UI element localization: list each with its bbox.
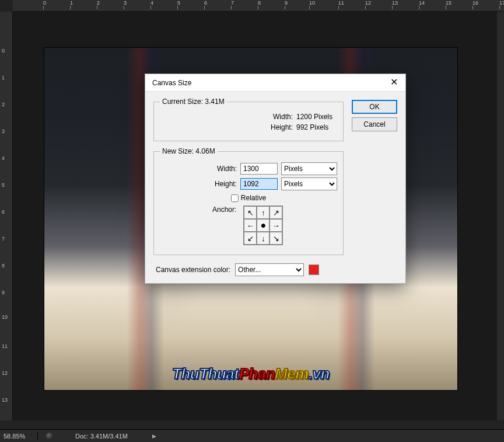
sphere-icon: [46, 433, 53, 440]
chevron-right-icon[interactable]: ▶: [152, 433, 156, 439]
current-height-label: Height:: [271, 123, 293, 131]
relative-label: Relative: [241, 194, 266, 202]
dialog-title: Canvas Size: [152, 79, 191, 87]
anchor-center[interactable]: ●: [257, 219, 270, 232]
extension-color-swatch[interactable]: [309, 264, 319, 275]
ok-button[interactable]: OK: [352, 100, 397, 114]
ruler-horizontal: 0 1 2 3 4 5 6 7 8 9 10 11 12 13 14 15 16…: [13, 0, 504, 12]
new-size-group: New Size: 4.06M Width: Pixels Height: Pi…: [153, 147, 344, 255]
close-icon[interactable]: ✕: [387, 76, 401, 90]
extension-color-select[interactable]: Other...: [235, 263, 304, 276]
extension-color-label: Canvas extension color:: [156, 266, 230, 274]
width-input[interactable]: [240, 163, 278, 175]
current-size-group: Current Size: 3.41M Width: 1200 Pixels H…: [153, 98, 344, 141]
ruler-vertical: 0 1 2 3 4 5 6 7 8 9 10 11 12 13: [0, 12, 13, 420]
current-size-legend: Current Size: 3.41M: [160, 98, 227, 106]
scrollbar-vertical[interactable]: [497, 12, 504, 420]
new-height-label: Height:: [215, 180, 237, 188]
cancel-button[interactable]: Cancel: [352, 117, 397, 131]
anchor-s[interactable]: ↓: [257, 232, 270, 245]
anchor-grid: ↖ ↑ ↗ ← ● → ↙ ↓ ↘: [243, 206, 283, 245]
doc-size: Doc: 3.41M/3.41M: [75, 433, 128, 440]
current-width-value: 1200 Pixels: [296, 113, 337, 121]
relative-checkbox[interactable]: [231, 194, 239, 202]
anchor-sw[interactable]: ↙: [244, 232, 257, 245]
height-input[interactable]: [240, 178, 278, 190]
dialog-titlebar[interactable]: Canvas Size ✕: [145, 74, 405, 92]
current-width-label: Width:: [273, 113, 293, 121]
width-unit-select[interactable]: Pixels: [281, 162, 337, 175]
new-size-legend: New Size: 4.06M: [160, 147, 218, 155]
new-width-label: Width:: [217, 165, 237, 173]
anchor-se[interactable]: ↘: [270, 232, 282, 245]
anchor-label: Anchor:: [212, 206, 236, 214]
canvas-size-dialog: Canvas Size ✕ Current Size: 3.41M Width:…: [145, 74, 406, 284]
height-unit-select[interactable]: Pixels: [281, 178, 337, 190]
anchor-e[interactable]: →: [270, 219, 282, 232]
anchor-n[interactable]: ↑: [257, 206, 270, 219]
status-bar: 58.85% Doc: 3.41M/3.41M ▶: [0, 429, 504, 442]
anchor-nw[interactable]: ↖: [244, 206, 257, 219]
zoom-level[interactable]: 58.85%: [4, 433, 29, 440]
anchor-w[interactable]: ←: [244, 219, 257, 232]
current-height-value: 992 Pixels: [296, 123, 337, 131]
anchor-ne[interactable]: ↗: [270, 206, 282, 219]
watermark: ThuThuatPhanMem.vn: [44, 365, 457, 383]
